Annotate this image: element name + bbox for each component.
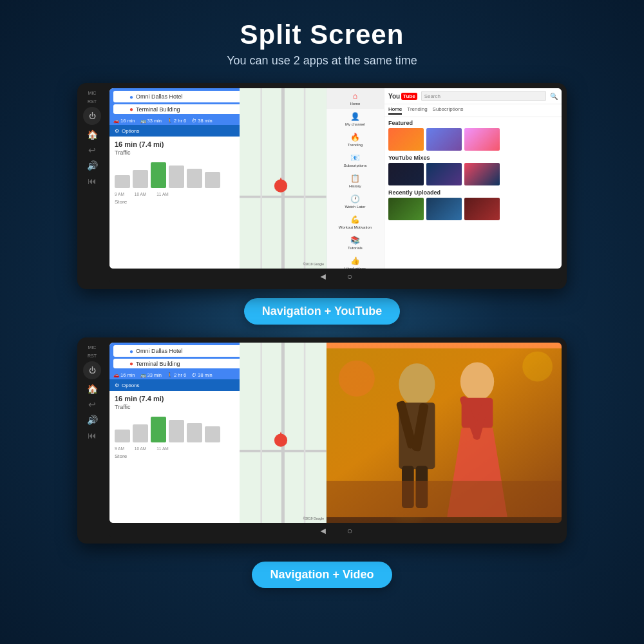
recent-thumb-2[interactable] bbox=[426, 198, 462, 220]
yt-nav-tabs: Home Trending Subscriptions bbox=[384, 104, 562, 117]
yt-sidebar-mychannel[interactable]: 👤 My channel bbox=[327, 109, 384, 129]
yt-search-bar[interactable]: Search bbox=[421, 91, 546, 101]
walk-icon-2: 🚶 bbox=[167, 372, 173, 378]
back-side-icon[interactable]: ↩ bbox=[88, 145, 96, 155]
home-button-2[interactable]: ○ bbox=[347, 526, 352, 536]
recent-thumb-1[interactable] bbox=[388, 198, 424, 220]
recently-thumbnails bbox=[388, 198, 558, 220]
recently-label: Recently Uploaded bbox=[388, 189, 558, 196]
map-copyright-2: ©2019 Google bbox=[303, 516, 324, 520]
volume-side-icon[interactable]: 🔊 bbox=[87, 160, 98, 171]
mic-label-2: MIC bbox=[88, 345, 97, 350]
side-controls-1: MIC RST ⏻ 🏠 ↩ 🔊 ⏮ bbox=[77, 83, 107, 289]
bar2-5 bbox=[187, 423, 202, 442]
youtube-panel: ⌂ Home 👤 My channel 🔥 Trending 📧 Subscri… bbox=[327, 88, 562, 269]
thumb-2[interactable] bbox=[426, 128, 462, 151]
time2-2: 10 AM bbox=[135, 446, 146, 451]
bottom-nav-2: ◄ ○ bbox=[109, 523, 562, 538]
car-icon: 🚗 bbox=[113, 118, 119, 124]
thumb-3[interactable] bbox=[464, 128, 500, 151]
mix-thumb-3[interactable] bbox=[464, 163, 500, 185]
yt-sidebar-tutorials[interactable]: 📚 Tutorials bbox=[327, 232, 384, 253]
drive-time-2: 16 min bbox=[120, 372, 135, 378]
svg-rect-27 bbox=[327, 481, 562, 517]
yt-content: Featured YouTube Mixes Recently Up bbox=[384, 117, 562, 269]
nav-map-1: ©2019 Google bbox=[240, 88, 327, 269]
yt-main: You Tube Search 🔍 Home Trending Subscrip… bbox=[384, 88, 562, 269]
badge-2-wrapper: Navigation + Video bbox=[252, 562, 392, 588]
thumb-1[interactable] bbox=[388, 128, 424, 151]
nav-traffic-2: 🚌 33 min bbox=[140, 372, 162, 378]
liked-icon: 👍 bbox=[350, 256, 360, 265]
yt-sidebar: ⌂ Home 👤 My channel 🔥 Trending 📧 Subscri… bbox=[327, 88, 384, 269]
watchlater-icon: 🕐 bbox=[350, 194, 360, 204]
mix-thumb-2[interactable] bbox=[426, 163, 462, 185]
transit-icon-2: ⏱ bbox=[191, 372, 196, 378]
home-side-icon-2[interactable]: 🏠 bbox=[87, 384, 98, 394]
time-2: 10 AM bbox=[135, 192, 146, 196]
tab-subscriptions[interactable]: Subscriptions bbox=[433, 106, 464, 115]
watchlater-label: Watch Later bbox=[345, 205, 365, 209]
walk-time: 2 hr 6 bbox=[174, 118, 186, 124]
svg-point-28 bbox=[339, 361, 375, 397]
tab-home[interactable]: Home bbox=[388, 106, 402, 115]
tutorials-label: Tutorials bbox=[348, 246, 363, 250]
workout-label: Workout Motivation bbox=[339, 225, 372, 229]
yt-sidebar-liked[interactable]: 👍 Liked videos bbox=[327, 253, 384, 269]
nav-transit: ⏱ 38 min bbox=[191, 118, 213, 124]
yt-logo-tube: Tube bbox=[401, 93, 417, 100]
map-copyright: ©2019 Google bbox=[303, 262, 324, 266]
nav-panel-1: ← ● Omni Dallas Hotel ⋮ ● Terminal Build… bbox=[109, 88, 327, 269]
bar-4 bbox=[169, 166, 184, 188]
channel-label: My channel bbox=[345, 122, 365, 126]
yt-sidebar-trending[interactable]: 🔥 Trending bbox=[327, 129, 384, 150]
trending-label: Trending bbox=[348, 143, 363, 147]
back-side-icon-2[interactable]: ↩ bbox=[88, 399, 96, 410]
nav-panel-2: ← ● Omni Dallas Hotel ⋮ ● Terminal Build… bbox=[109, 343, 327, 523]
origin-dot-2: ● bbox=[129, 348, 133, 355]
car-icon-2: 🚗 bbox=[113, 372, 119, 378]
nav-map-2: ©2019 Google bbox=[240, 343, 327, 523]
bar-1 bbox=[115, 175, 130, 188]
device-1: MIC RST ⏻ 🏠 ↩ 🔊 ⏮ ← ● Omni Dallas Hotel … bbox=[77, 83, 567, 289]
yt-sidebar-watchlater[interactable]: 🕐 Watch Later bbox=[327, 191, 384, 212]
back-button-1[interactable]: ◄ bbox=[319, 271, 328, 281]
yt-sidebar-subscriptions[interactable]: 📧 Subscriptions bbox=[327, 150, 384, 171]
screen-1: ← ● Omni Dallas Hotel ⋮ ● Terminal Build… bbox=[109, 88, 562, 269]
side-controls-2: MIC RST ⏻ 🏠 ↩ 🔊 ⏮ bbox=[77, 337, 107, 544]
device-frame-2: MIC RST ⏻ 🏠 ↩ 🔊 ⏮ ← ● Omni Dallas Hotel … bbox=[77, 337, 567, 544]
volume-side-icon-2[interactable]: 🔊 bbox=[87, 415, 98, 425]
home-side-icon[interactable]: 🏠 bbox=[87, 129, 98, 140]
home-button-1[interactable]: ○ bbox=[347, 271, 352, 281]
settings-icon: ⚙ bbox=[115, 128, 119, 134]
prev-side-icon[interactable]: ⏮ bbox=[88, 176, 97, 186]
walk-time-2: 2 hr 6 bbox=[174, 372, 186, 378]
yt-sidebar-home[interactable]: ⌂ Home bbox=[327, 88, 384, 109]
device-2: MIC RST ⏻ 🏠 ↩ 🔊 ⏮ ← ● Omni Dallas Hotel … bbox=[77, 337, 567, 544]
search-icon[interactable]: 🔍 bbox=[550, 93, 558, 100]
history-icon: 📋 bbox=[350, 174, 360, 183]
liked-label: Liked videos bbox=[345, 267, 366, 269]
time2-3: 11 AM bbox=[156, 446, 168, 451]
svg-point-23 bbox=[460, 362, 494, 401]
youtube-logo: You Tube bbox=[388, 93, 417, 100]
bar2-2 bbox=[133, 424, 148, 442]
back-button-2[interactable]: ◄ bbox=[319, 526, 328, 536]
bar2-6 bbox=[205, 426, 220, 442]
time-1: 9 AM bbox=[115, 192, 124, 196]
tab-trending[interactable]: Trending bbox=[407, 106, 427, 115]
recent-thumb-3[interactable] bbox=[464, 198, 500, 220]
rst-label: RST bbox=[88, 99, 97, 104]
bar-3 bbox=[151, 162, 166, 188]
mixes-label: YouTube Mixes bbox=[388, 155, 558, 161]
video-content bbox=[327, 343, 562, 523]
power-button-2[interactable]: ⏻ bbox=[83, 361, 101, 379]
yt-sidebar-workout[interactable]: 💪 Workout Motivation bbox=[327, 212, 384, 232]
svg-point-29 bbox=[522, 352, 553, 382]
prev-side-icon-2[interactable]: ⏮ bbox=[88, 430, 97, 440]
power-button[interactable]: ⏻ bbox=[83, 107, 101, 125]
mic-label: MIC bbox=[88, 91, 97, 95]
yt-sidebar-history[interactable]: 📋 History bbox=[327, 171, 384, 191]
mix-thumb-1[interactable] bbox=[388, 163, 424, 185]
bar-6 bbox=[205, 172, 220, 188]
